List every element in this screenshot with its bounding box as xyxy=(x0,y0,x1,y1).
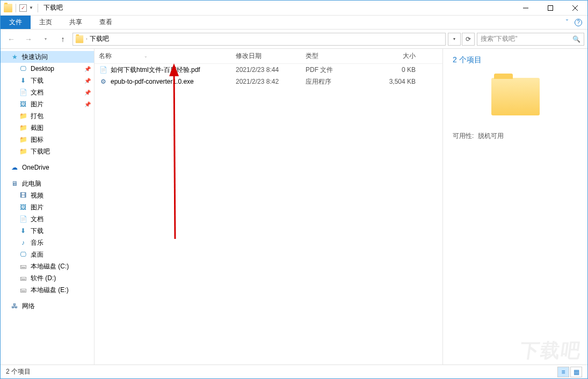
preview-pane: 2 个项目 可用性: 脱机可用 xyxy=(442,49,587,365)
refresh-button[interactable]: ⟳ xyxy=(462,33,475,46)
desktop-icon: 🖵 xyxy=(19,64,27,73)
folder-icon xyxy=(76,35,83,42)
sidebar-item-pictures[interactable]: 🖼图片📌 xyxy=(1,98,94,110)
network-icon: 🖧 xyxy=(10,302,19,310)
tab-view[interactable]: 查看 xyxy=(91,16,121,29)
doc-icon: 📄 xyxy=(19,215,27,223)
sidebar-item-disk-d[interactable]: 🖴软件 (D:) xyxy=(1,272,94,284)
label: 视频 xyxy=(31,191,43,200)
label: 本地磁盘 (C:) xyxy=(31,262,69,271)
tab-home[interactable]: 主页 xyxy=(31,16,61,29)
folder-icon: 📁 xyxy=(19,147,27,156)
content: ★快速访问 🖵Desktop📌 ⬇下载📌 📄文档📌 🖼图片📌 📁打包 📁截图 📁… xyxy=(1,49,587,365)
file-type: PDF 文件 xyxy=(306,65,367,75)
address-dropdown-button[interactable]: ▾ xyxy=(448,33,461,46)
sidebar-item-quick-access[interactable]: ★快速访问 xyxy=(1,51,94,63)
tab-file[interactable]: 文件 xyxy=(1,16,31,29)
qat: ✓ ▼ 下载吧 xyxy=(1,3,66,12)
back-button[interactable]: ← xyxy=(4,32,19,47)
close-button[interactable] xyxy=(563,1,587,16)
folder-preview-icon xyxy=(491,78,540,115)
sort-chevron-icon: ⌄ xyxy=(144,54,148,59)
label: OneDrive xyxy=(22,164,49,171)
window-controls xyxy=(513,1,587,16)
sidebar-item-music[interactable]: ♪音乐 xyxy=(1,237,94,249)
address-bar[interactable]: › 下载吧 xyxy=(72,33,446,46)
chevron-right-icon[interactable]: › xyxy=(86,37,88,41)
sidebar-item-jietu[interactable]: 📁截图 xyxy=(1,122,94,134)
tab-share[interactable]: 共享 xyxy=(61,16,91,29)
navbar: ← → ▾ ↑ › 下载吧 ▾ ⟳ 搜索"下载吧" 🔍 xyxy=(1,30,587,49)
folder-icon: 📁 xyxy=(19,135,27,144)
column-headers: 名称⌄ 修改日期 类型 大小 xyxy=(95,49,442,64)
music-icon: ♪ xyxy=(19,238,27,247)
sidebar-item-thispc[interactable]: 🖥此电脑 xyxy=(1,178,94,190)
file-list: 📄如何下载html文件-百度经验.pdf 2021/2/23 8:44 PDF … xyxy=(95,64,442,365)
sidebar-item-downloads2[interactable]: ⬇下载 xyxy=(1,225,94,237)
pin-icon: 📌 xyxy=(84,66,91,72)
col-name[interactable]: 名称⌄ xyxy=(99,52,236,61)
download-icon: ⬇ xyxy=(19,76,27,85)
picture-icon: 🖼 xyxy=(19,203,27,212)
col-date[interactable]: 修改日期 xyxy=(236,52,306,61)
pdf-icon: 📄 xyxy=(99,65,107,74)
sidebar-item-desktop2[interactable]: 🖵桌面 xyxy=(1,249,94,260)
up-button[interactable]: ↑ xyxy=(55,32,70,47)
sidebar-item-downloads[interactable]: ⬇下载📌 xyxy=(1,75,94,86)
pin-icon: 📌 xyxy=(84,90,91,96)
sidebar-item-tubiao[interactable]: 📁图标 xyxy=(1,134,94,145)
sidebar-item-videos[interactable]: 🎞视频 xyxy=(1,190,94,201)
address-actions: ▾ ⟳ xyxy=(448,33,475,46)
pc-icon: 🖥 xyxy=(10,179,19,188)
sidebar-item-xiazaiba[interactable]: 📁下载吧 xyxy=(1,145,94,157)
sidebar-item-disk-e[interactable]: 🖴本地磁盘 (E:) xyxy=(1,284,94,296)
label: 下载 xyxy=(31,76,43,85)
sidebar-item-dabao[interactable]: 📁打包 xyxy=(1,110,94,122)
sidebar-item-network[interactable]: 🖧网络 xyxy=(1,300,94,312)
minimize-button[interactable] xyxy=(513,1,538,16)
file-size: 3,504 KB xyxy=(367,78,421,85)
pin-icon: 📌 xyxy=(84,78,91,84)
disk-icon: 🖴 xyxy=(19,274,27,282)
picture-icon: 🖼 xyxy=(19,100,27,108)
chevron-down-icon[interactable]: ▼ xyxy=(29,5,34,10)
col-type[interactable]: 类型 xyxy=(306,52,367,61)
folder-icon: 📁 xyxy=(19,123,27,132)
label: 软件 (D:) xyxy=(31,274,56,283)
sidebar-item-pictures2[interactable]: 🖼图片 xyxy=(1,201,94,213)
help-icon[interactable]: ? xyxy=(575,19,582,26)
sidebar-item-disk-c[interactable]: 🖴本地磁盘 (C:) xyxy=(1,260,94,272)
main-area: 名称⌄ 修改日期 类型 大小 📄如何下载html文件-百度经验.pdf 2021… xyxy=(95,49,442,365)
star-icon: ★ xyxy=(10,53,19,61)
file-row[interactable]: ⚙epub-to-pdf-converter1.0.exe 2021/2/23 … xyxy=(95,76,442,88)
maximize-button[interactable] xyxy=(538,1,563,16)
ribbon-expand-icon[interactable]: ˇ ? xyxy=(561,16,587,29)
preview-availability: 可用性: 脱机可用 xyxy=(453,132,578,141)
breadcrumb[interactable]: 下载吧 xyxy=(90,34,109,43)
folder-icon xyxy=(4,4,12,12)
file-name: 如何下载html文件-百度经验.pdf xyxy=(111,65,200,75)
recent-chevron-icon[interactable]: ▾ xyxy=(38,32,53,47)
sidebar-item-documents2[interactable]: 📄文档 xyxy=(1,213,94,225)
cloud-icon: ☁ xyxy=(10,163,19,172)
view-icons-button[interactable]: ▦ xyxy=(570,367,582,377)
sidebar: ★快速访问 🖵Desktop📌 ⬇下载📌 📄文档📌 🖼图片📌 📁打包 📁截图 📁… xyxy=(1,49,95,365)
status-text: 2 个项目 xyxy=(6,367,31,376)
forward-button[interactable]: → xyxy=(21,32,36,47)
label: 音乐 xyxy=(31,238,43,247)
sidebar-item-desktop[interactable]: 🖵Desktop📌 xyxy=(1,63,94,75)
pin-icon: 📌 xyxy=(84,101,91,107)
col-size[interactable]: 大小 xyxy=(367,52,421,61)
sidebar-item-documents[interactable]: 📄文档📌 xyxy=(1,86,94,98)
label: 图标 xyxy=(31,135,43,144)
divider xyxy=(16,4,16,12)
sidebar-item-onedrive[interactable]: ☁OneDrive xyxy=(1,162,94,173)
label: 文档 xyxy=(31,88,43,97)
view-details-button[interactable]: ≡ xyxy=(557,367,569,377)
video-icon: 🎞 xyxy=(19,191,27,200)
file-type: 应用程序 xyxy=(306,77,367,86)
file-row[interactable]: 📄如何下载html文件-百度经验.pdf 2021/2/23 8:44 PDF … xyxy=(95,64,442,76)
qat-properties-icon[interactable]: ✓ xyxy=(19,4,27,12)
desktop-icon: 🖵 xyxy=(19,250,27,259)
search-input[interactable]: 搜索"下载吧" 🔍 xyxy=(477,33,584,46)
